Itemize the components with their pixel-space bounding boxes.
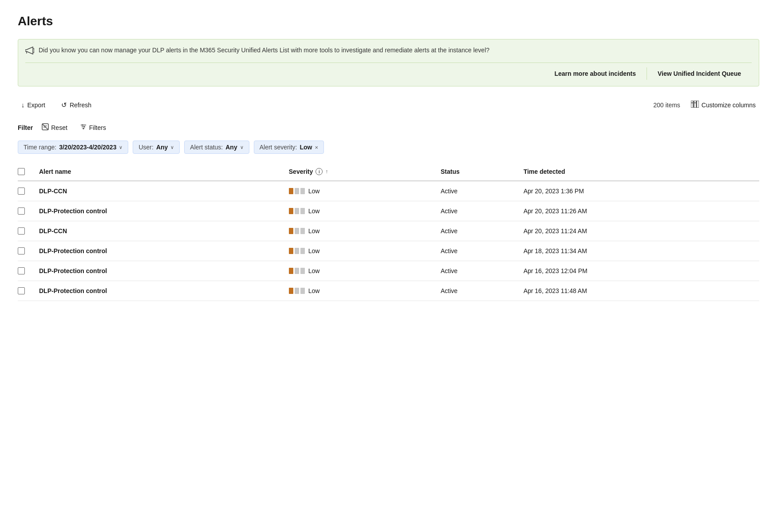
alert-name-2[interactable]: DLP-CCN: [39, 221, 289, 241]
chip-value-3: Low: [300, 144, 312, 151]
table-row: DLP-CCNLowActiveApr 20, 2023 11:24 AM: [18, 221, 759, 241]
header-status: Status: [441, 163, 524, 181]
chip-value-2: Any: [225, 144, 237, 151]
severity-5: Low: [289, 281, 441, 301]
alert-name-1[interactable]: DLP-Protection control: [39, 201, 289, 221]
status-5: Active: [441, 281, 524, 301]
svg-line-5: [43, 124, 48, 129]
table-row: DLP-Protection controlLowActiveApr 16, 2…: [18, 261, 759, 281]
filters-button[interactable]: Filters: [76, 121, 110, 133]
checkbox-0[interactable]: [18, 188, 25, 195]
export-button[interactable]: ↓ Export: [18, 99, 49, 110]
svg-point-14: [83, 128, 84, 129]
chip-label-3: Alert severity:: [260, 144, 297, 151]
status-4: Active: [441, 261, 524, 281]
row-checkbox-5[interactable]: [18, 281, 39, 301]
time-detected-2: Apr 20, 2023 11:24 AM: [524, 221, 759, 241]
time-detected-1: Apr 20, 2023 11:26 AM: [524, 201, 759, 221]
checkbox-3[interactable]: [18, 247, 25, 254]
chip-value-0: 3/20/2023-4/20/2023: [59, 144, 116, 151]
table-header-row: Alert name Severity i ↑ Status Time dete…: [18, 163, 759, 181]
severity-4: Low: [289, 261, 441, 281]
checkbox-2[interactable]: [18, 227, 25, 235]
reset-button[interactable]: Reset: [38, 121, 71, 133]
status-1: Active: [441, 201, 524, 221]
toolbar-left: ↓ Export ↺ Refresh: [18, 99, 95, 111]
items-count: 200 items: [653, 102, 680, 109]
chip-value-1: Any: [156, 144, 168, 151]
severity-text-4: Low: [308, 267, 320, 274]
severity-1: Low: [289, 201, 441, 221]
row-checkbox-4[interactable]: [18, 261, 39, 281]
chip-dropdown-2[interactable]: ∨: [240, 145, 244, 150]
severity-bars-0: [289, 188, 305, 194]
header-time-detected: Time detected: [524, 163, 759, 181]
row-checkbox-2[interactable]: [18, 221, 39, 241]
checkbox-5[interactable]: [18, 287, 25, 294]
severity-bars-4: [289, 268, 305, 274]
alert-name-3[interactable]: DLP-Protection control: [39, 241, 289, 261]
svg-rect-2: [697, 101, 699, 108]
table-row: DLP-Protection controlLowActiveApr 16, 2…: [18, 281, 759, 301]
filter-chip-1[interactable]: User: Any ∨: [133, 141, 180, 154]
severity-text-0: Low: [308, 188, 320, 195]
table-container: Alert name Severity i ↑ Status Time dete…: [18, 163, 759, 301]
view-incident-queue-button[interactable]: View Unified Incident Queue: [647, 67, 752, 80]
alert-name-0[interactable]: DLP-CCN: [39, 181, 289, 201]
status-0: Active: [441, 181, 524, 201]
select-all-checkbox[interactable]: [18, 168, 25, 175]
chip-label-2: Alert status:: [190, 144, 223, 151]
severity-bars-3: [289, 248, 305, 254]
alert-name-4[interactable]: DLP-Protection control: [39, 261, 289, 281]
chip-dropdown-0[interactable]: ∨: [119, 145, 122, 150]
severity-0: Low: [289, 181, 441, 201]
time-detected-4: Apr 16, 2023 12:04 PM: [524, 261, 759, 281]
filter-chip-0[interactable]: Time range: 3/20/2023-4/20/2023 ∨: [18, 141, 128, 154]
chip-label-1: User:: [138, 144, 153, 151]
header-severity: Severity i ↑: [289, 163, 441, 181]
severity-bars-2: [289, 228, 305, 234]
table-row: DLP-CCNLowActiveApr 20, 2023 1:36 PM: [18, 181, 759, 201]
header-checkbox[interactable]: [18, 163, 39, 181]
customize-icon: [691, 101, 699, 109]
reset-label: Reset: [51, 124, 67, 131]
row-checkbox-0[interactable]: [18, 181, 39, 201]
svg-rect-0: [691, 101, 693, 108]
page-title: Alerts: [18, 14, 759, 28]
chip-dropdown-1[interactable]: ∨: [170, 145, 174, 150]
refresh-button[interactable]: ↺ Refresh: [58, 99, 95, 111]
filters-icon: [80, 123, 87, 132]
learn-more-button[interactable]: Learn more about incidents: [544, 67, 647, 80]
customize-columns-button[interactable]: Customize columns: [687, 99, 759, 111]
checkbox-1[interactable]: [18, 207, 25, 215]
severity-bars-5: [289, 288, 305, 294]
chip-label-0: Time range:: [24, 144, 56, 151]
alert-name-5[interactable]: DLP-Protection control: [39, 281, 289, 301]
refresh-icon: ↺: [61, 101, 67, 109]
severity-info-icon[interactable]: i: [316, 168, 323, 175]
filter-bar: Filter Reset Filters: [18, 121, 759, 133]
row-checkbox-1[interactable]: [18, 201, 39, 221]
svg-point-13: [83, 126, 85, 128]
time-detected-3: Apr 18, 2023 11:34 AM: [524, 241, 759, 261]
filter-chip-3[interactable]: Alert severity: Low ×: [254, 141, 324, 154]
filter-label: Filter: [18, 124, 33, 131]
severity-text-1: Low: [308, 207, 320, 215]
reset-icon: [42, 123, 49, 132]
announce-icon: [25, 47, 34, 57]
severity-text-5: Low: [308, 287, 320, 294]
status-3: Active: [441, 241, 524, 261]
row-checkbox-3[interactable]: [18, 241, 39, 261]
banner-text-row: Did you know you can now manage your DLP…: [25, 46, 752, 57]
severity-sort-icon[interactable]: ↑: [325, 168, 328, 175]
export-label: Export: [28, 102, 45, 109]
filter-chips: Time range: 3/20/2023-4/20/2023 ∨User: A…: [18, 141, 759, 154]
table-row: DLP-Protection controlLowActiveApr 18, 2…: [18, 241, 759, 261]
header-alert-name: Alert name: [39, 163, 289, 181]
filter-chip-2[interactable]: Alert status: Any ∨: [184, 141, 249, 154]
svg-rect-1: [694, 101, 696, 108]
chip-close-3[interactable]: ×: [315, 144, 319, 151]
severity-bars-1: [289, 208, 305, 214]
checkbox-4[interactable]: [18, 267, 25, 274]
svg-point-12: [82, 125, 83, 126]
